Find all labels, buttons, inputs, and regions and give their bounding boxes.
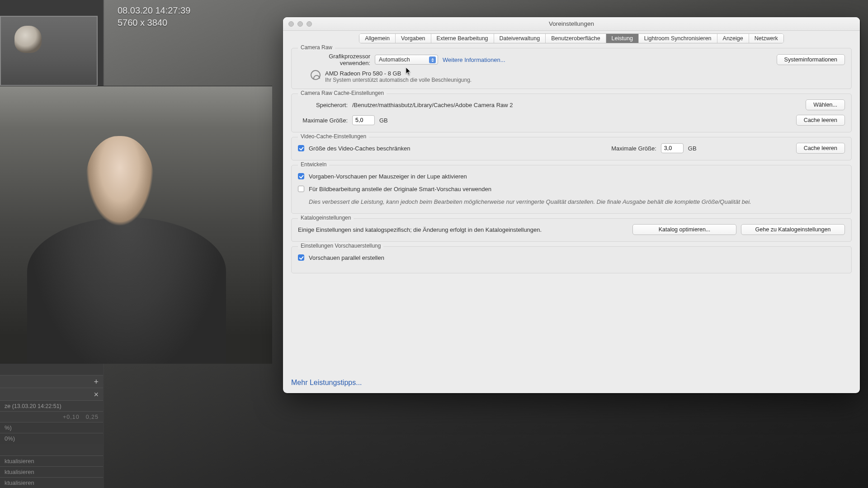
gpu-use-select[interactable]: Automatisch [375,55,438,65]
left-panel-bottom: + × ze (13.03.20 14:22:51) +0,10 0,25 %)… [0,375,103,488]
window-close-button[interactable] [288,21,294,27]
limit-video-cache-checkbox[interactable] [298,145,304,151]
gpu-support-hint: Ihr System unterstützt automatisch die v… [325,77,472,83]
list-item[interactable]: ktualisieren [0,466,103,477]
choose-cache-button[interactable]: Wählen... [806,99,845,110]
add-icon[interactable]: + [94,378,99,386]
list-item[interactable]: %) [0,422,103,433]
tab-leistung[interactable]: Leistung [606,34,639,43]
system-info-button[interactable]: Systeminformationen [777,54,845,65]
window-titlebar[interactable]: Voreinstellungen [283,17,860,31]
catalog-text: Einige Einstellungen sind katalogspezifi… [298,226,542,233]
history-value-b: 0,25 [86,414,99,420]
history-entry-label: ze (13.03.20 14:22:51) [5,403,61,409]
list-item[interactable]: ktualisieren [0,477,103,488]
optimize-catalog-button[interactable]: Katalog optimieren... [632,224,736,235]
panel-close-row: × [0,388,103,400]
history-entry[interactable]: ze (13.03.20 14:22:51) [0,400,103,411]
purge-cache-button[interactable]: Cache leeren [796,115,845,126]
photo-info-overlay: 08.03.20 14:27:39 5760 x 3840 [118,5,190,29]
window-title: Voreinstellungen [549,20,594,27]
group-legend: Video-Cache-Einstellungen [298,133,369,140]
group-camera-raw: Camera Raw Grafikprozessor verwenden: Au… [291,48,852,89]
preferences-window: Voreinstellungen Allgemein Vorgaben Exte… [283,17,860,393]
parallel-previews-label: Vorschauen parallel erstellen [309,254,384,261]
history-values: +0,10 0,25 [0,411,103,422]
photo-dimensions: 5760 x 3840 [118,17,190,29]
group-legend: Camera Raw Cache-Einstellungen [298,90,387,96]
video-cache-max-input[interactable] [661,143,684,153]
close-icon[interactable]: × [94,390,99,399]
panel-action-row: + [0,375,103,388]
more-performance-tips-link[interactable]: Mehr Leistungstipps... [291,379,362,386]
smart-preview-label: Für Bildbearbeitung anstelle der Origina… [309,186,491,192]
tab-vorgaben[interactable]: Vorgaben [396,34,431,43]
tab-allgemein[interactable]: Allgemein [359,34,396,43]
group-legend: Katalogeinstellungen [298,215,354,221]
cache-unit: GB [379,117,388,124]
list-item[interactable]: ktualisieren [0,455,103,466]
webcam-overlay [0,86,272,364]
gpu-use-label: Grafikprozessor verwenden: [298,53,370,66]
limit-video-cache-label: Größe des Video-Caches beschränken [309,145,410,152]
group-catalog: Katalogeinstellungen Einige Einstellunge… [291,218,852,242]
window-zoom-button[interactable] [307,21,312,27]
list-item[interactable]: 0%) [0,433,103,444]
hover-preview-checkbox[interactable] [298,173,304,179]
group-camera-raw-cache: Camera Raw Cache-Einstellungen Speichero… [291,94,852,132]
parallel-previews-checkbox[interactable] [298,254,304,261]
cache-max-label: Maximale Größe: [298,117,348,124]
photo-timestamp: 08.03.20 14:27:39 [118,5,190,17]
tab-netzwerk[interactable]: Netzwerk [749,34,783,43]
group-legend: Einstellungen Vorschauerstellung [298,243,383,249]
video-cache-max-label: Maximale Größe: [611,145,656,152]
video-cache-unit: GB [688,145,697,152]
cache-location-label: Speicherort: [298,102,348,108]
cache-location-value: /Benutzer/matthiasbutz/Library/Caches/Ad… [352,102,513,108]
group-develop: Entwickeln Vorgaben-Vorschauen per Mausz… [291,165,852,214]
tab-benutzeroberflaeche[interactable]: Benutzeroberfläche [546,34,606,43]
goto-catalog-settings-button[interactable]: Gehe zu Katalogeinstellungen [741,224,845,235]
preferences-tabs: Allgemein Vorgaben Externe Bearbeitung D… [359,33,784,43]
window-traffic-lights [288,21,312,27]
tab-externe-bearbeitung[interactable]: Externe Bearbeitung [431,34,494,43]
history-value-a: +0,10 [63,414,80,420]
tab-lightroom-sync[interactable]: Lightroom Synchronisieren [639,34,717,43]
filmstrip-thumbnail[interactable] [0,16,98,86]
window-minimize-button[interactable] [297,21,303,27]
gpu-more-info-link[interactable]: Weitere Informationen... [443,56,505,63]
group-video-cache: Video-Cache-Einstellungen Größe des Vide… [291,137,852,160]
gpu-name: AMD Radeon Pro 580 - 8 GB [325,70,472,77]
cache-max-input[interactable] [352,115,375,125]
smart-preview-checkbox[interactable] [298,186,304,192]
group-previews: Einstellungen Vorschauerstellung Vorscha… [291,246,852,273]
group-legend: Entwickeln [298,161,329,168]
hover-preview-label: Vorgaben-Vorschauen per Mauszeiger in de… [309,173,467,180]
purge-video-cache-button[interactable]: Cache leeren [796,143,845,154]
tab-dateiverwaltung[interactable]: Dateiverwaltung [494,34,546,43]
smart-preview-hint: Dies verbessert die Leistung, kann jedoc… [309,198,751,205]
gpu-status-icon [311,70,321,80]
tab-anzeige[interactable]: Anzeige [717,34,749,43]
group-legend: Camera Raw [298,44,335,51]
